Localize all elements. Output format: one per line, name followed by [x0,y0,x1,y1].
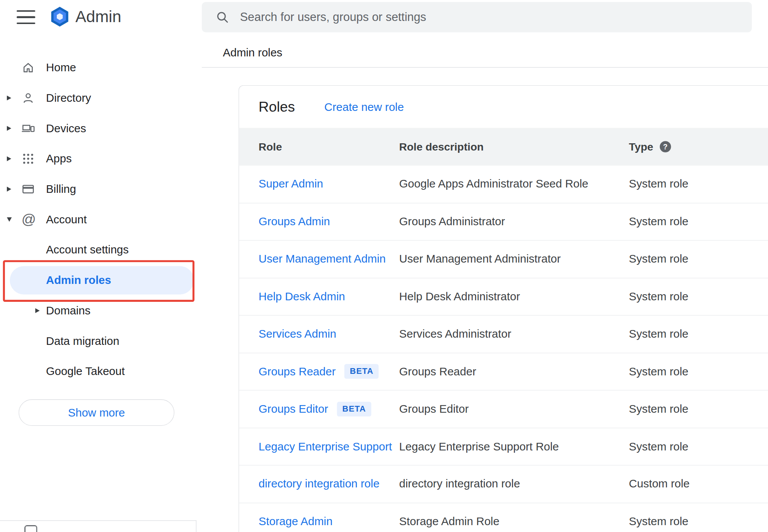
page-title: Roles [259,99,295,115]
sidebar-item-directory[interactable]: Directory [0,83,196,113]
sidebar-item-admin-roles[interactable]: Admin roles [0,265,196,296]
role-link[interactable]: Legacy Enterprise Support [259,440,392,453]
role-description: Groups Reader [399,365,629,378]
search-input[interactable] [240,10,740,24]
card-header: Roles Create new role [239,86,768,128]
expand-arrow-icon[interactable] [7,96,11,101]
sidebar-item-account[interactable]: @ Account [0,204,196,235]
role-type: Custom role [629,478,768,491]
role-description: Storage Admin Role [399,515,629,528]
help-icon[interactable]: ? [659,141,671,152]
expand-arrow-icon[interactable] [35,308,40,313]
role-cell: Services Admin [259,327,399,341]
column-header-description: Role description [399,140,629,153]
role-type: System role [629,178,768,191]
role-cell: Storage Admin [259,515,399,528]
billing-card-icon [22,183,35,196]
role-description: directory integration role [399,478,629,491]
show-more-button[interactable]: Show more [19,399,174,426]
table-row: User Management Admin User Management Ad… [239,240,768,278]
role-link[interactable]: User Management Admin [259,252,386,266]
sidebar-item-devices[interactable]: Devices [0,113,196,144]
sidebar-item-google-takeout[interactable]: Google Takeout [0,356,196,387]
table-row: Super Admin Google Apps Administrator Se… [239,166,768,203]
table-body: Super Admin Google Apps Administrator Se… [239,166,768,532]
role-type: System role [629,290,768,303]
role-type: System role [629,440,768,453]
sidebar-item-label: Directory [46,91,91,105]
role-link[interactable]: Groups Admin [259,215,330,228]
breadcrumb: Admin roles [223,46,282,59]
role-type: System role [629,252,768,266]
role-description: Legacy Enterprise Support Role [399,440,629,453]
devices-icon [22,122,35,135]
role-cell: User Management Admin [259,252,399,266]
sidebar-item-label: Account settings [46,243,129,256]
sidebar-item-label: Home [46,61,76,74]
sidebar-item-label: Google Takeout [46,365,125,378]
role-link[interactable]: Help Desk Admin [259,290,345,303]
role-type: System role [629,515,768,528]
table-row: Groups Admin Groups Administrator System… [239,203,768,240]
collapse-arrow-icon[interactable] [7,217,12,222]
beta-badge: BETA [337,402,371,417]
home-icon [22,61,35,74]
role-link[interactable]: Super Admin [259,178,323,191]
role-cell: directory integration role [259,478,399,491]
role-link[interactable]: Storage Admin [259,515,333,528]
table-row: Services Admin Services Administrator Sy… [239,316,768,353]
role-cell: Legacy Enterprise Support [259,440,399,453]
role-type: System role [629,365,768,378]
sidebar-bottom-icon[interactable] [24,525,37,532]
sidebar-item-apps[interactable]: Apps [0,144,196,174]
role-description: Groups Administrator [399,215,629,228]
role-cell: Help Desk Admin [259,290,399,303]
create-new-role-link[interactable]: Create new role [324,100,404,114]
role-link[interactable]: directory integration role [259,478,379,491]
expand-arrow-icon[interactable] [7,156,11,161]
role-description: Help Desk Administrator [399,290,629,303]
role-cell: Super Admin [259,178,399,191]
admin-console-page: Admin Admin roles Home Directory [0,0,768,532]
table-row: Groups Editor BETA Groups Editor System … [239,391,768,428]
column-header-role: Role [259,140,399,153]
sidebar-item-account-settings[interactable]: Account settings [0,235,196,265]
table-row: Legacy Enterprise Support Legacy Enterpr… [239,428,768,465]
table-header: Role Role description Type ? [239,128,768,166]
roles-card: Roles Create new role Role Role descript… [238,85,768,532]
sidebar-item-label: Apps [46,152,72,165]
expand-arrow-icon[interactable] [7,126,11,131]
at-icon: @ [22,213,35,226]
role-cell: Groups Reader BETA [259,364,399,379]
role-link[interactable]: Services Admin [259,327,336,341]
role-type: System role [629,402,768,416]
sidebar-item-label: Account [46,213,87,226]
role-link[interactable]: Groups Reader [259,365,336,378]
table-row: Groups Reader BETA Groups Reader System … [239,353,768,390]
role-cell: Groups Editor BETA [259,402,399,417]
sidebar-item-data-migration[interactable]: Data migration [0,326,196,356]
apps-grid-icon [22,152,35,165]
expand-arrow-icon[interactable] [7,187,11,192]
sidebar-item-billing[interactable]: Billing [0,174,196,204]
person-icon [22,91,35,105]
header-divider [202,67,768,67]
search-icon [216,10,229,24]
role-description: Google Apps Administrator Seed Role [399,178,629,191]
sidebar-item-domains[interactable]: Domains [0,295,196,326]
sidebar-item-label: Domains [46,304,91,317]
sidebar-item-label: Admin roles [46,274,111,287]
sidebar-bottom-divider [0,520,197,521]
sidebar-item-label: Billing [46,183,76,196]
search-bar[interactable] [202,2,752,32]
role-description: Services Administrator [399,327,629,341]
role-type: System role [629,215,768,228]
role-cell: Groups Admin [259,215,399,228]
table-row: Help Desk Admin Help Desk Administrator … [239,278,768,316]
hamburger-menu-icon[interactable] [17,10,35,24]
table-row: directory integration role directory int… [239,465,768,503]
sidebar-item-home[interactable]: Home [0,53,196,83]
sidebar: Home Directory Devices [0,53,196,532]
role-link[interactable]: Groups Editor [259,402,328,416]
column-header-type: Type ? [629,140,768,153]
